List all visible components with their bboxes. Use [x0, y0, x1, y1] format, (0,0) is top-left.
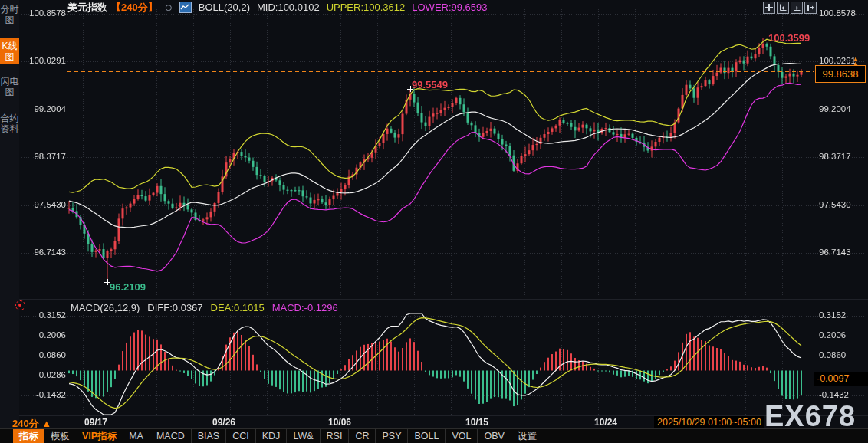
tab-obv[interactable]: OBV [478, 429, 511, 443]
tab-kdj[interactable]: KDJ [256, 429, 288, 443]
price-axis-label: 97.5430 [21, 200, 66, 209]
scale-axis-left-icon[interactable] [777, 2, 789, 14]
circle-minus-icon[interactable]: ⊖ [165, 2, 173, 13]
macd-dea-value: DEA:0.1015 [211, 302, 265, 313]
tabbar-spacer [0, 429, 13, 443]
boll-lower-value: LOWER:99.6593 [412, 2, 487, 13]
scale-axis-right-icon[interactable] [791, 2, 803, 14]
boll-mid-value: MID:100.0102 [257, 2, 320, 13]
date-axis-label: 09/17 [84, 417, 107, 428]
macd-axis-label-right: 0.3152 [819, 310, 865, 320]
macd-axis-label: 0.0860 [21, 350, 66, 359]
tab-rsi[interactable]: RSI [321, 429, 350, 443]
last-bar-datetime: 2025/10/29 01:00~05:00 [654, 416, 764, 429]
price-axis-label-right: 96.7143 [819, 248, 865, 257]
tab-settings[interactable]: 设置 [511, 429, 543, 443]
price-axis-label: 100.8578 [21, 8, 66, 18]
price-axis-label: 99.2004 [21, 104, 66, 113]
macd-diff-value: DIFF:0.0367 [147, 302, 202, 313]
price-axis-label: 100.0291 [21, 56, 66, 65]
annotation-swing-high-price: 99.5549 [412, 79, 448, 90]
price-axis-label-right: 97.5430 [819, 200, 865, 209]
trading-app-window: 分时图 K线图 闪电图 合约资料 美元指数 【240分】 ⊖ BOLL(20,2… [0, 0, 868, 443]
current-price-badge: 99.8638 [815, 65, 866, 83]
macd-header: MACD(26,12,9) DIFF:0.0367 DEA:0.1015 MAC… [71, 302, 338, 313]
macd-axis-label-right: -0.1432 [819, 390, 865, 399]
annotation-high-price: 100.3599 [768, 32, 810, 44]
date-axis-label: 10/15 [465, 417, 488, 428]
crosshair-move-icon[interactable] [763, 2, 775, 14]
annotation-low-price: 96.2109 [110, 281, 146, 293]
price-axis-label: 98.3717 [21, 152, 66, 161]
kline-chart-canvas[interactable] [0, 0, 868, 443]
tab-bias[interactable]: BIAS [192, 429, 227, 443]
symbol-name: 美元指数 [67, 1, 107, 15]
macd-axis-label: -0.0286 [21, 370, 66, 379]
period-label[interactable]: 【240分】 [111, 1, 158, 15]
chart-toolbar [763, 2, 817, 14]
macd-params-label: MACD(26,12,9) [71, 302, 140, 313]
macd-axis-label: 0.3152 [21, 310, 66, 320]
price-axis-label-right: 98.3717 [819, 152, 865, 161]
pan-right-icon[interactable] [804, 2, 817, 14]
tab-boll[interactable]: BOLL [408, 429, 446, 443]
macd-crosshair-badge: -0.0097 [814, 372, 868, 386]
macd-axis-label-right: 0.0860 [819, 350, 865, 359]
boll-upper-value: UPPER:100.3612 [327, 2, 406, 13]
sidebar-tab-timeline-chart[interactable]: 分时图 [0, 2, 19, 28]
macd-axis-label: 0.2006 [21, 330, 66, 340]
alert-pulse-icon[interactable] [15, 300, 25, 310]
date-axis-label: 09/26 [212, 417, 235, 428]
sidebar-tab-kline-chart[interactable]: K线图 [0, 38, 19, 64]
tab-psy[interactable]: PSY [376, 429, 408, 443]
tab-macd[interactable]: MACD [150, 429, 192, 443]
price-axis-label: 96.7143 [21, 248, 66, 257]
tab-template[interactable]: 模板 [44, 429, 76, 443]
macd-axis-label: -0.1432 [21, 390, 66, 399]
sidebar-tab-flash-chart[interactable]: 闪电图 [0, 74, 19, 100]
sidebar-tab-contract-info[interactable]: 合约资料 [0, 110, 19, 136]
chart-type-sidebar: 分时图 K线图 闪电图 合约资料 [0, 0, 19, 443]
macd-axis-label-right: 0.2006 [819, 330, 865, 340]
price-up-arrows-icon: ▲▲ [853, 57, 859, 66]
macd-value: MACD:-0.1296 [272, 302, 338, 313]
price-axis-label-right: 99.2004 [819, 104, 865, 113]
tab-vol[interactable]: VOL [446, 429, 478, 443]
indicator-chart-icon[interactable] [179, 2, 192, 13]
tab-cr[interactable]: CR [349, 429, 376, 443]
boll-params-label: BOLL(20,2) [199, 2, 250, 13]
tab-indicators[interactable]: 指标 [13, 429, 44, 443]
indicator-tab-bar: 指标 模板 VIP指标 MA MACD BIAS CCI KDJ LW& RSI… [0, 428, 868, 443]
price-axis-label-right: 100.8578 [819, 8, 865, 18]
tab-lw[interactable]: LW& [287, 429, 320, 443]
date-axis-label: 10/24 [594, 417, 617, 428]
tab-vip-indicators[interactable]: VIP指标 [76, 429, 123, 443]
tab-cci[interactable]: CCI [226, 429, 256, 443]
date-axis-label: 10/06 [328, 417, 351, 428]
tab-ma[interactable]: MA [123, 429, 150, 443]
chart-title-bar: 美元指数 【240分】 ⊖ BOLL(20,2) MID:100.0102 UP… [67, 2, 488, 13]
